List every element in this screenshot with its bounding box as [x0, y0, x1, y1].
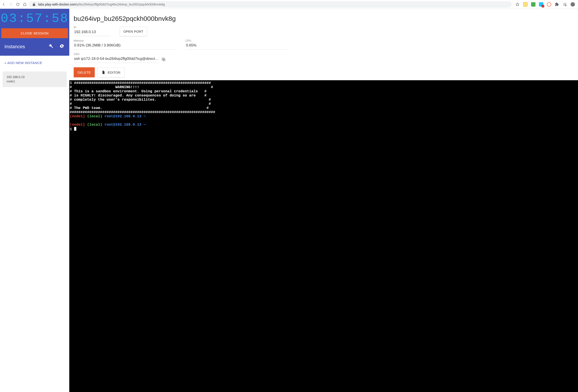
- gear-icon[interactable]: [59, 44, 64, 50]
- memory-value: 0.91% (36.2MiB / 3.906GiB): [74, 43, 177, 49]
- cpu-label: CPU: [186, 39, 289, 42]
- terminal[interactable]: $ ######################################…: [69, 80, 578, 392]
- instance-card-name: node1: [6, 79, 63, 84]
- extension-tray: [514, 2, 576, 6]
- extension-icon[interactable]: [539, 2, 543, 6]
- extensions-puzzle-icon[interactable]: [555, 2, 559, 6]
- url-text: labs.play-with-docker.com/p/bu264ivp2ffg…: [38, 2, 165, 6]
- delete-button[interactable]: DELETE: [74, 67, 95, 77]
- address-bar[interactable]: labs.play-with-docker.com/p/bu264ivp2ffg…: [29, 1, 512, 8]
- extension-icon[interactable]: [523, 2, 528, 6]
- profile-avatar[interactable]: [571, 2, 575, 6]
- close-session-button[interactable]: CLOSE SESSION: [1, 28, 68, 38]
- browser-chrome: labs.play-with-docker.com/p/bu264ivp2ffg…: [0, 0, 578, 9]
- cpu-value: 0.65%: [186, 43, 289, 49]
- session-countdown: 03:57:58: [0, 9, 69, 27]
- instance-title: bu264ivp_bu2652pqckh000bnvk8g: [74, 13, 574, 26]
- copy-icon[interactable]: [161, 57, 166, 62]
- instance-card[interactable]: 192.168.0.13 node1: [3, 71, 67, 87]
- forward-icon[interactable]: [9, 2, 13, 6]
- add-instance-button[interactable]: + ADD NEW INSTANCE: [0, 56, 69, 69]
- main: bu264ivp_bu2652pqckh000bnvk8g IP 192.168…: [69, 9, 578, 392]
- reading-list-icon[interactable]: [563, 2, 567, 6]
- ssh-label: SSH: [74, 53, 166, 56]
- wrench-icon[interactable]: [48, 44, 53, 50]
- extension-icon[interactable]: [547, 2, 551, 6]
- lock-icon: [32, 2, 36, 6]
- bookmark-star-icon[interactable]: [515, 2, 520, 6]
- memory-label: Memory: [74, 39, 177, 42]
- reload-icon[interactable]: [16, 2, 20, 6]
- ssh-value[interactable]: ssh ip172-18-0-54-bu264ivp2ffg00dd7tcg@d…: [74, 56, 160, 63]
- home-icon[interactable]: [23, 2, 27, 6]
- sidebar: 03:57:58 CLOSE SESSION Instances + ADD N…: [0, 9, 69, 392]
- back-icon[interactable]: [2, 2, 6, 6]
- file-icon: [101, 70, 105, 75]
- terminal-cursor: [74, 127, 76, 131]
- nav-buttons: [2, 2, 27, 6]
- instances-heading: Instances: [4, 44, 25, 49]
- editor-button[interactable]: EDITOR: [97, 67, 125, 77]
- ip-label: IP: [74, 26, 111, 29]
- editor-label: EDITOR: [108, 71, 120, 74]
- extension-icon[interactable]: [531, 2, 535, 6]
- open-port-button[interactable]: OPEN PORT: [120, 27, 147, 36]
- ip-value[interactable]: 192.168.0.13: [74, 30, 111, 36]
- instance-card-ip: 192.168.0.13: [6, 75, 63, 79]
